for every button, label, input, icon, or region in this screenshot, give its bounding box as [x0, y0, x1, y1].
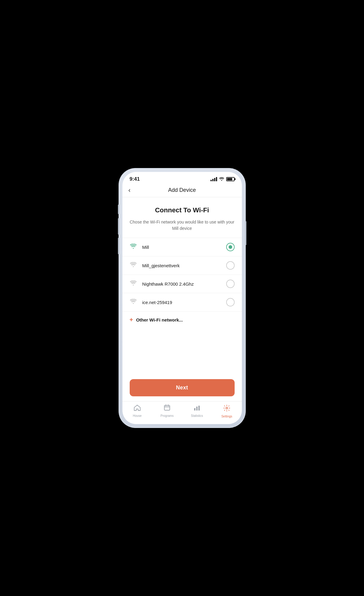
house-icon — [134, 404, 141, 413]
wifi-full-icon — [130, 244, 138, 250]
other-network-item[interactable]: + Other Wi-Fi network... — [122, 312, 242, 328]
statistics-icon — [193, 404, 201, 413]
tab-programs[interactable]: Programs — [152, 404, 182, 418]
network-name-mill: Mill — [142, 245, 226, 250]
programs-icon — [163, 404, 171, 413]
tab-house[interactable]: House — [122, 404, 152, 418]
network-item-nighthawk[interactable]: Nighthawk R7000 2.4Ghz — [122, 275, 242, 293]
svg-rect-0 — [164, 405, 170, 410]
network-name-mill-guest: Mill_gjestenettverk — [142, 263, 226, 268]
tab-settings-label: Settings — [221, 415, 232, 418]
radio-button-nighthawk[interactable] — [226, 280, 235, 288]
wifi-status-icon — [219, 177, 224, 182]
network-name-nighthawk: Nighthawk R7000 2.4Ghz — [142, 281, 226, 287]
wifi-low-icon-3 — [130, 299, 138, 306]
network-item-mill-guest[interactable]: Mill_gjestenettverk — [122, 256, 242, 275]
back-button[interactable]: ‹ — [128, 186, 131, 194]
wifi-connect-subtitle: Chose the Wi-Fi network you would like t… — [130, 219, 235, 232]
svg-rect-4 — [194, 408, 195, 411]
svg-rect-5 — [196, 407, 198, 411]
tab-statistics-label: Statistics — [191, 414, 203, 417]
wifi-low-icon — [130, 262, 138, 269]
wifi-low-icon-2 — [130, 281, 138, 287]
tab-bar: House Programs — [122, 401, 242, 424]
next-button[interactable]: Next — [130, 379, 235, 396]
spacer — [122, 328, 242, 373]
wifi-connect-title: Connect To Wi-Fi — [130, 206, 235, 214]
settings-icon — [223, 404, 230, 414]
svg-rect-6 — [198, 406, 200, 411]
radio-button-mill-guest[interactable] — [226, 261, 235, 270]
network-item-mill[interactable]: Mill — [122, 238, 242, 256]
signal-icon — [210, 177, 217, 181]
other-network-label: Other Wi-Fi network... — [136, 317, 183, 322]
plus-icon: + — [130, 316, 133, 323]
network-name-ice: ice.net-259419 — [142, 300, 226, 305]
tab-statistics[interactable]: Statistics — [182, 404, 212, 418]
status-time: 9:41 — [130, 176, 140, 182]
battery-icon — [226, 177, 235, 181]
network-list: Mill Mill_gjestenet — [122, 238, 242, 328]
status-icons — [210, 177, 235, 182]
svg-point-7 — [226, 407, 228, 409]
bottom-area: Next — [122, 373, 242, 401]
page-title: Add Device — [168, 187, 196, 193]
tab-settings[interactable]: Settings — [212, 404, 242, 418]
network-item-ice[interactable]: ice.net-259419 — [122, 293, 242, 312]
main-content: Connect To Wi-Fi Chose the Wi-Fi network… — [122, 197, 242, 401]
radio-button-ice[interactable] — [226, 298, 235, 306]
page-header: ‹ Add Device — [122, 185, 242, 197]
tab-programs-label: Programs — [160, 414, 173, 417]
radio-button-mill[interactable] — [226, 243, 235, 251]
wifi-header-section: Connect To Wi-Fi Chose the Wi-Fi network… — [122, 197, 242, 238]
tab-house-label: House — [133, 414, 142, 417]
